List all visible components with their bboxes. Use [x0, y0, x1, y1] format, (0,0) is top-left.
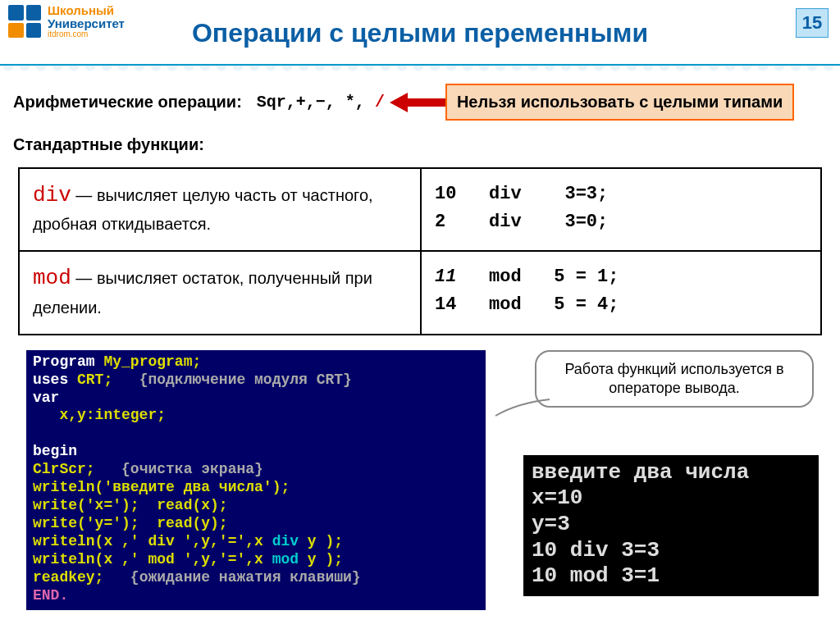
code-text: CRT;: [68, 371, 139, 388]
logo-line1: Школьный: [48, 4, 125, 17]
mod-example-cell: 11 mod 5 = 1; 14 mod 5 = 4;: [421, 251, 821, 334]
code-text: writeln(x ,' div ',y,'=',x: [33, 533, 272, 549]
code-text: ClrScr;: [33, 461, 121, 477]
callout-tail-icon: [494, 398, 551, 417]
code-text: write('x='); read(x);: [33, 497, 228, 513]
slide-header: Школьный Университет itdrom.com Операции…: [0, 0, 840, 66]
code-op: mod: [272, 551, 299, 567]
slide-title: Операции с целыми переменными: [0, 18, 840, 48]
table-row: div — вычисляет целую часть от частного,…: [19, 168, 821, 251]
mod-keyword: mod: [33, 266, 71, 290]
code-kw: Program: [33, 353, 95, 370]
mod-description-cell: mod — вычисляет остаток, полученный при …: [19, 251, 421, 334]
code-text: My_program;: [95, 353, 202, 370]
code-op: div: [272, 533, 299, 549]
table-row: mod — вычисляет остаток, полученный при …: [19, 251, 821, 334]
code-comment: {ожидание нажатия клавиши}: [130, 569, 361, 586]
code-text: write('y='); read(y);: [33, 515, 228, 531]
mod-ex-italic: 11: [435, 267, 456, 287]
div-description-cell: div — вычисляет целую часть от частного,…: [19, 168, 421, 251]
div-keyword: div: [33, 183, 71, 207]
lower-section: Program My_program; uses CRT; {подключен…: [13, 350, 827, 610]
code-end: END.: [33, 587, 68, 604]
slide-content: Арифметические операции: Sqr,+,−, *, / Н…: [0, 66, 840, 610]
arith-label: Арифметические операции:: [13, 93, 242, 112]
subheading: Стандартные функции:: [13, 135, 827, 154]
pascal-code: Program My_program; uses CRT; {подключен…: [26, 350, 486, 610]
code-area: Program My_program; uses CRT; {подключен…: [26, 350, 486, 610]
code-comment: {очистка экрана}: [121, 461, 263, 477]
div-example-cell: 10 div 3=3; 2 div 3=0;: [421, 168, 821, 251]
right-column: Работа функций используется в операторе …: [486, 350, 814, 610]
code-kw: begin: [33, 443, 77, 459]
page-number: 15: [796, 8, 829, 38]
code-text: y );: [299, 533, 343, 549]
arrow-left-icon: [390, 93, 447, 112]
info-callout: Работа функций используется в операторе …: [535, 350, 814, 408]
code-kw: var: [33, 390, 59, 406]
functions-table: div — вычисляет целую часть от частного,…: [18, 167, 822, 335]
arith-operators: Sqr,+,−, *, /: [257, 93, 385, 112]
arith-sqr: Sqr: [257, 93, 286, 112]
warning-callout: Нельзя использовать с целыми типами: [445, 84, 794, 121]
div-desc: — вычисляет целую часть от частного, дро…: [33, 186, 373, 233]
code-text: y );: [299, 551, 343, 567]
code-kw: uses: [33, 371, 68, 388]
arith-rest: ,+,−, *,: [286, 93, 375, 112]
code-text: writeln(x ,' mod ',y,'=',x: [33, 551, 272, 567]
program-output: введите два числа x=10 y=3 10 div 3=3 10…: [523, 455, 819, 597]
code-text: writeln('введите два числа');: [33, 479, 290, 495]
arith-slash: /: [375, 93, 385, 112]
code-text: x,y:integer;: [33, 407, 166, 423]
code-text: readkey;: [33, 569, 130, 586]
arithmetic-row: Арифметические операции: Sqr,+,−, *, / Н…: [13, 84, 827, 121]
mod-desc: — вычисляет остаток, полученный при деле…: [33, 269, 372, 316]
mod-ex-rest: mod 5 = 1; 14 mod 5 = 4;: [435, 267, 619, 315]
code-comment: {подключение модуля CRT}: [139, 371, 352, 388]
